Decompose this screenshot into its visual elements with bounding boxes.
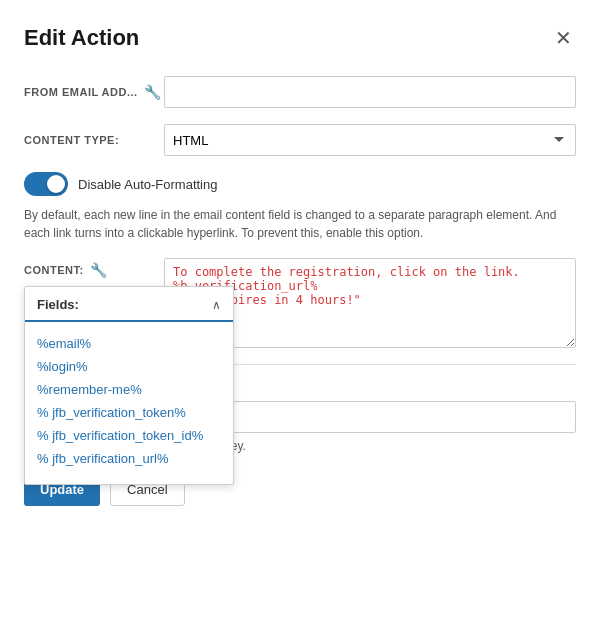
field-verification-url[interactable]: % jfb_verification_url% <box>37 451 169 466</box>
fields-dropdown: Fields: ∧ %email% %login% %remember-me% … <box>24 286 234 485</box>
list-item: % jfb_verification_url% <box>25 447 233 470</box>
field-login[interactable]: %login% <box>37 359 88 374</box>
list-item: % jfb_verification_token% <box>25 401 233 424</box>
toggle-description: By default, each new line in the email c… <box>24 206 576 242</box>
field-email[interactable]: %email% <box>37 336 91 351</box>
fields-label: Fields: <box>37 297 79 312</box>
auto-formatting-toggle-row: Disable Auto-Formatting <box>24 172 576 196</box>
wrench-icon[interactable]: 🔧 <box>144 84 162 100</box>
from-email-label: FROM EMAIL ADD... 🔧 <box>24 84 164 100</box>
fields-list: %email% %login% %remember-me% % jfb_veri… <box>25 328 233 474</box>
edit-action-modal: Edit Action ✕ FROM EMAIL ADD... 🔧 CONTEN… <box>0 0 600 621</box>
toggle-label: Disable Auto-Formatting <box>78 177 217 192</box>
field-verification-token-id[interactable]: % jfb_verification_token_id% <box>37 428 203 443</box>
from-email-row: FROM EMAIL ADD... 🔧 <box>24 76 576 108</box>
list-item: %login% <box>25 355 233 378</box>
content-wrench-icon[interactable]: 🔧 <box>90 262 108 278</box>
content-section: CONTENT: 🔧 To complete the registration,… <box>24 258 576 348</box>
content-type-select[interactable]: HTML Plain Text <box>164 124 576 156</box>
content-type-label: CONTENT TYPE: <box>24 134 164 146</box>
content-type-row: CONTENT TYPE: HTML Plain Text <box>24 124 576 156</box>
list-item: %email% <box>25 332 233 355</box>
close-button[interactable]: ✕ <box>551 24 576 52</box>
field-remember-me[interactable]: %remember-me% <box>37 382 142 397</box>
auto-formatting-toggle[interactable] <box>24 172 68 196</box>
fields-dropdown-header: Fields: ∧ <box>25 297 233 322</box>
chevron-up-icon[interactable]: ∧ <box>212 298 221 312</box>
from-email-input[interactable] <box>164 76 576 108</box>
modal-header: Edit Action ✕ <box>24 24 576 52</box>
list-item: % jfb_verification_token_id% <box>25 424 233 447</box>
field-verification-token[interactable]: % jfb_verification_token% <box>37 405 186 420</box>
list-item: %remember-me% <box>25 378 233 401</box>
modal-title: Edit Action <box>24 25 139 51</box>
content-label: CONTENT: 🔧 <box>24 258 164 278</box>
